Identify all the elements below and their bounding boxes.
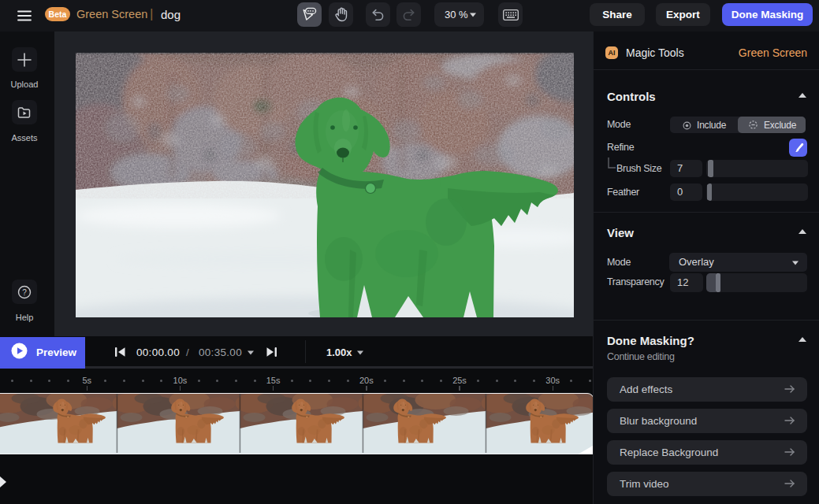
svg-text:?: ? [22, 288, 27, 297]
